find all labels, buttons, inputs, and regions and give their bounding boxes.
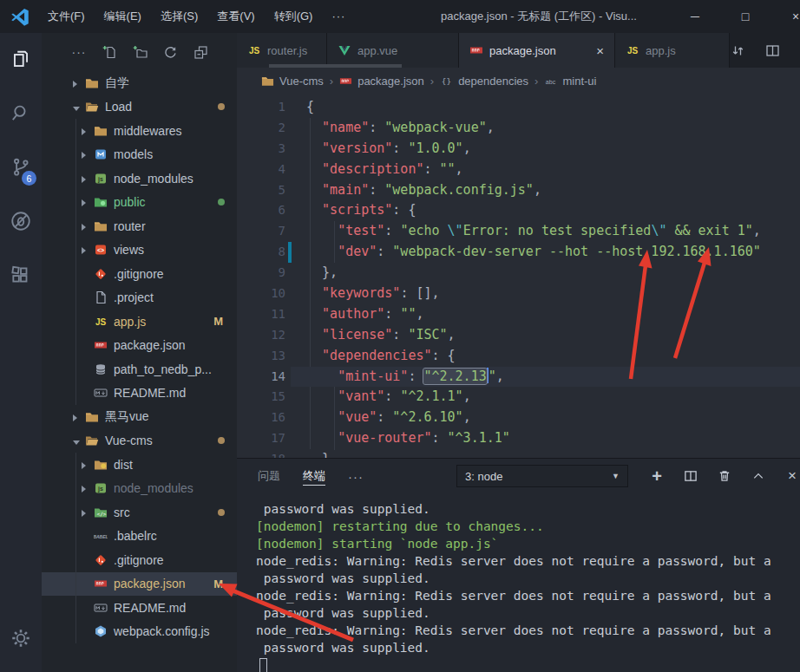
- new-file-icon[interactable]: [102, 44, 117, 60]
- token: "": [400, 306, 416, 322]
- split-terminal-icon[interactable]: [683, 468, 698, 484]
- tab-problems[interactable]: 问题: [258, 459, 280, 493]
- breadcrumb-segment[interactable]: package.json: [339, 75, 424, 88]
- open-changes-icon[interactable]: [730, 42, 745, 58]
- tree-item[interactable]: .gitignore: [42, 548, 237, 572]
- explorer-icon[interactable]: [0, 33, 42, 87]
- tree-item[interactable]: Load: [42, 95, 237, 120]
- breadcrumb-segment[interactable]: Vue-cms: [261, 75, 324, 88]
- tree-item[interactable]: middlewares: [42, 119, 237, 143]
- breadcrumb-segment[interactable]: {}dependencies: [440, 75, 528, 88]
- tree-item-label: 自学: [105, 75, 129, 91]
- more-actions-icon[interactable]: ···: [71, 44, 87, 60]
- tab-label: router.js: [267, 44, 307, 57]
- node-icon: js: [94, 172, 108, 186]
- chevron-right-icon: [82, 172, 90, 186]
- code-line: 2 "name": "webpack-vue",: [237, 118, 800, 139]
- tree-item[interactable]: .gitignore: [42, 262, 237, 286]
- svg-text:JS: JS: [95, 317, 107, 327]
- extensions-icon[interactable]: [0, 248, 42, 302]
- editor-tab[interactable]: app.vue: [327, 33, 459, 68]
- tree-item[interactable]: models: [42, 143, 237, 167]
- tree-item[interactable]: <>views: [42, 238, 237, 263]
- source-control-icon[interactable]: 6: [0, 140, 42, 194]
- titlebar: 文件(F)编辑(E)选择(S)查看(V)转到(G)··· package.jso…: [0, 0, 800, 33]
- maximize-panel-icon[interactable]: [751, 468, 766, 484]
- tree-item[interactable]: package.json: [42, 334, 237, 358]
- token: "webpack-vue": [384, 120, 486, 135]
- breadcrumb-label: Vue-cms: [279, 75, 324, 88]
- close-tab-icon[interactable]: ×: [587, 43, 604, 58]
- dist-icon: [94, 458, 108, 472]
- tree-item[interactable]: package.jsonM: [42, 572, 237, 597]
- editor-tab[interactable]: package.json×: [459, 33, 615, 68]
- token: [306, 182, 322, 198]
- search-icon[interactable]: [0, 87, 42, 140]
- menu-item[interactable]: 查看(V): [207, 0, 264, 33]
- terminal-select[interactable]: 3: node ▼: [456, 465, 628, 487]
- line-number: 14: [237, 367, 285, 388]
- tree-item[interactable]: jsnode_modules: [42, 166, 237, 191]
- tree-item[interactable]: README.md: [42, 382, 237, 406]
- kill-terminal-icon[interactable]: [717, 468, 732, 484]
- code-editor[interactable]: 1{2 "name": "webpack-vue",3 "version": "…: [237, 94, 800, 458]
- menu-item[interactable]: 选择(S): [151, 0, 207, 33]
- tree-item[interactable]: dist: [42, 453, 237, 477]
- token: "license": [322, 327, 392, 343]
- menu-item[interactable]: 编辑(E): [95, 0, 151, 33]
- new-folder-icon[interactable]: [132, 44, 148, 60]
- tree-item-label: path_to_nedb_p...: [114, 362, 212, 376]
- tree-item[interactable]: router: [42, 214, 237, 238]
- tree-item[interactable]: README.md: [42, 596, 237, 620]
- breadcrumb-segment[interactable]: abcmint-ui: [544, 75, 596, 88]
- maximize-button[interactable]: □: [720, 0, 770, 33]
- token: [306, 306, 322, 322]
- terminal-output[interactable]: password was supplied.[nodemon] restarti…: [237, 493, 800, 672]
- editor-tab[interactable]: JSrouter.js: [237, 33, 327, 68]
- menu-item[interactable]: ···: [322, 0, 355, 33]
- menu-item[interactable]: 文件(F): [38, 0, 95, 33]
- code-text: }: [285, 449, 330, 458]
- debug-disabled-icon[interactable]: [0, 194, 42, 248]
- new-terminal-icon[interactable]: +: [649, 468, 665, 484]
- close-button[interactable]: ×: [770, 0, 800, 33]
- npm-icon: [94, 577, 108, 590]
- tree-indent-guide: [75, 119, 76, 405]
- tree-item[interactable]: Vue-cms: [42, 429, 237, 453]
- line-number: 16: [237, 408, 285, 428]
- token: :: [377, 244, 392, 259]
- minimize-button[interactable]: ─: [670, 0, 720, 33]
- token: :: [392, 140, 408, 156]
- tree-item[interactable]: webpack.config.js: [42, 620, 237, 644]
- tab-label: package.json: [489, 44, 556, 57]
- refresh-icon[interactable]: [162, 44, 178, 60]
- token: [306, 369, 338, 384]
- tree-item[interactable]: public: [42, 191, 237, 215]
- tree-item[interactable]: .project: [42, 286, 237, 310]
- token: }: [306, 451, 330, 458]
- token: :: [392, 327, 408, 343]
- terminal-select-value: 3: node: [465, 470, 502, 483]
- svg-text:js: js: [97, 486, 103, 493]
- tree-item[interactable]: jsnode_modules: [42, 477, 237, 501]
- models-icon: [94, 147, 108, 161]
- tree-item[interactable]: path_to_nedb_p...: [42, 357, 237, 382]
- tree-item[interactable]: 黑马vue: [42, 405, 237, 429]
- tree-item[interactable]: </>src: [42, 500, 237, 525]
- tab-terminal[interactable]: 终端: [303, 459, 325, 493]
- token: "^3.1.1": [448, 430, 510, 446]
- split-editor-icon[interactable]: [764, 42, 780, 58]
- collapse-all-icon[interactable]: [193, 44, 208, 60]
- tree-item[interactable]: JSapp.jsM: [42, 310, 237, 334]
- panel-more-icon[interactable]: ···: [348, 469, 364, 484]
- code-line: 1{: [237, 97, 800, 118]
- close-panel-icon[interactable]: ×: [784, 468, 800, 484]
- svg-text:{}: {}: [442, 76, 451, 86]
- chevron-right-icon: [82, 481, 90, 495]
- tree-item[interactable]: 自学: [42, 71, 237, 95]
- tree-item[interactable]: BABEL.babelrc: [42, 525, 237, 549]
- settings-gear-icon[interactable]: [0, 611, 42, 665]
- tab-scrollbar[interactable]: [269, 64, 402, 68]
- editor-tab[interactable]: JSapp.js: [615, 33, 730, 68]
- menu-item[interactable]: 转到(G): [265, 0, 323, 33]
